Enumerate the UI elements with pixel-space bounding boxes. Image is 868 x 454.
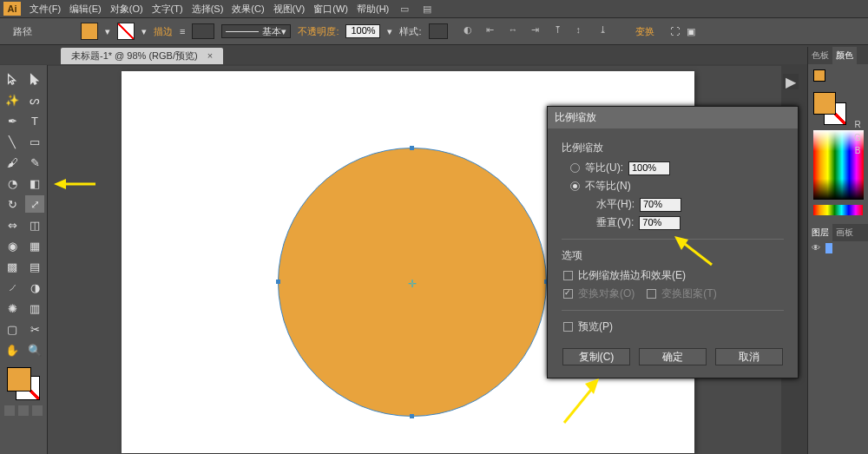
selected-ellipse[interactable]: ✛ xyxy=(278,148,547,417)
preview-checkbox[interactable] xyxy=(563,322,573,332)
panel-fill-swatch[interactable] xyxy=(813,69,825,82)
fill-swatch[interactable] xyxy=(81,23,98,40)
stroke-profile-drop-icon[interactable]: ▾ xyxy=(281,26,286,37)
visibility-icon[interactable]: 👁 xyxy=(812,243,822,253)
type-tool[interactable]: T xyxy=(25,112,44,129)
anchor-bottom[interactable] xyxy=(410,414,414,418)
anchor-top[interactable] xyxy=(410,146,414,150)
hand-tool[interactable]: ✋ xyxy=(3,341,22,359)
shape-builder-tool[interactable]: ◉ xyxy=(3,237,22,254)
line-tool[interactable]: ╲ xyxy=(3,133,22,150)
recolor-icon[interactable]: ◐ xyxy=(464,24,477,38)
nonuniform-radio[interactable] xyxy=(570,181,580,191)
layer-row[interactable]: 👁 xyxy=(808,241,868,255)
panel-fillstroke[interactable] xyxy=(813,92,846,125)
tool-panel: ✨ ᔕ ✒ T ╲ ▭ 🖌 ✎ ◔ ◧ ↻ ⤢ ⇔ ◫ ◉ ▦ ▩ ▤ ⟋ ◑ … xyxy=(0,65,48,454)
transform-link[interactable]: 变换 xyxy=(635,25,654,38)
eyedropper-tool[interactable]: ⟋ xyxy=(3,279,22,296)
blend-tool[interactable]: ◑ xyxy=(25,279,44,296)
copy-button[interactable]: 复制(C) xyxy=(562,348,630,365)
scale-dialog: 比例缩放 比例缩放 等比(U): 100% 不等比(N) 水平(H): 70% … xyxy=(547,106,799,378)
pen-tool[interactable]: ✒ xyxy=(3,112,22,129)
free-transform-tool[interactable]: ◫ xyxy=(25,216,44,234)
menu-help[interactable]: 帮助(H) xyxy=(357,3,389,16)
symbol-sprayer-tool[interactable]: ✺ xyxy=(3,299,22,317)
expand-panels-icon[interactable]: ▶ xyxy=(783,74,799,89)
menu-view[interactable]: 视图(V) xyxy=(273,3,306,16)
mesh-tool[interactable]: ▩ xyxy=(3,258,22,275)
tab-color[interactable]: 颜色 xyxy=(832,47,857,64)
document-tab[interactable]: 未标题-1* @ 98% (RGB/预览) × xyxy=(61,48,223,64)
uniform-input[interactable]: 100% xyxy=(628,161,670,175)
magic-wand-tool[interactable]: ✨ xyxy=(3,91,22,109)
color-mode-icon[interactable] xyxy=(4,405,15,416)
layout2-icon[interactable]: ▤ xyxy=(420,2,434,16)
menu-text[interactable]: 文字(T) xyxy=(152,3,183,16)
scale-tool[interactable]: ⤢ xyxy=(25,195,44,213)
stroke-weight-icon[interactable]: ≡ xyxy=(180,26,185,36)
blob-brush-tool[interactable]: ◔ xyxy=(3,174,22,192)
align-right-icon[interactable]: ⇥ xyxy=(531,24,545,38)
pencil-tool[interactable]: ✎ xyxy=(25,154,44,171)
direct-selection-tool[interactable] xyxy=(25,70,44,88)
opacity-input[interactable]: 100% xyxy=(345,24,380,38)
rotate-tool[interactable]: ↻ xyxy=(3,195,22,213)
selection-tool[interactable] xyxy=(3,70,22,88)
graph-tool[interactable]: ▥ xyxy=(25,299,44,317)
uniform-radio[interactable] xyxy=(570,163,580,173)
align-vcenter-icon[interactable]: ↕ xyxy=(576,24,590,38)
tab-layers[interactable]: 图层 xyxy=(808,224,832,241)
menu-effect[interactable]: 效果(C) xyxy=(232,3,264,16)
eraser-tool[interactable]: ◧ xyxy=(25,174,44,192)
panel-fill-box[interactable] xyxy=(813,92,836,115)
opacity-label[interactable]: 不透明度: xyxy=(298,25,339,38)
hue-strip[interactable] xyxy=(813,205,863,215)
fill-dropdown-icon[interactable]: ▾ xyxy=(105,26,110,37)
opacity-drop-icon[interactable]: ▾ xyxy=(387,26,392,37)
align-top-icon[interactable]: ⤒ xyxy=(554,24,568,38)
tab-swatches[interactable]: 色板 xyxy=(808,47,832,64)
ok-button[interactable]: 确定 xyxy=(639,348,707,365)
align-bottom-icon[interactable]: ⤓ xyxy=(599,24,613,38)
tab-artboards[interactable]: 画板 xyxy=(832,224,857,241)
stroke-profile[interactable]: 基本 ▾ xyxy=(221,24,291,38)
slice-tool[interactable]: ✂ xyxy=(25,320,44,338)
width-tool[interactable]: ⇔ xyxy=(3,216,22,234)
layout-icon[interactable]: ▭ xyxy=(398,2,411,16)
perspective-tool[interactable]: ▦ xyxy=(25,237,44,254)
artboard-tool[interactable]: ▢ xyxy=(3,320,22,338)
none-mode-icon[interactable] xyxy=(32,405,43,416)
right-panels: 色板 颜色 R G B 图层 画板 👁 xyxy=(807,47,868,454)
mask-icon[interactable]: ▣ xyxy=(687,26,695,37)
menu-file[interactable]: 文件(F) xyxy=(30,3,61,16)
vertical-input[interactable]: 70% xyxy=(639,216,681,230)
close-tab-icon[interactable]: × xyxy=(207,50,213,61)
menu-select[interactable]: 选择(S) xyxy=(192,3,224,16)
menu-window[interactable]: 窗口(W) xyxy=(313,3,348,16)
stroke-link[interactable]: 描边 xyxy=(154,25,173,38)
isolate-icon[interactable]: ⛶ xyxy=(670,26,680,36)
stroke-weight-field[interactable] xyxy=(192,23,214,39)
scale-strokes-checkbox[interactable] xyxy=(563,271,573,280)
zoom-tool[interactable]: 🔍 xyxy=(25,341,44,359)
transform-patterns-checkbox xyxy=(647,289,656,299)
rectangle-tool[interactable]: ▭ xyxy=(25,133,44,150)
style-dropdown[interactable] xyxy=(429,23,448,39)
align-left-icon[interactable]: ⇤ xyxy=(486,24,500,38)
align-hcenter-icon[interactable]: ↔ xyxy=(509,24,523,38)
horizontal-input[interactable]: 70% xyxy=(640,198,681,212)
anchor-left[interactable] xyxy=(276,280,280,284)
transform-objects-checkbox xyxy=(563,289,573,299)
gradient-mode-icon[interactable] xyxy=(18,405,29,416)
fill-color-box[interactable] xyxy=(7,367,31,391)
lasso-tool[interactable]: ᔕ xyxy=(25,91,44,109)
menu-object[interactable]: 对象(O) xyxy=(110,3,143,16)
fill-stroke-control[interactable] xyxy=(7,367,40,400)
paintbrush-tool[interactable]: 🖌 xyxy=(3,154,22,171)
stroke-dropdown-icon[interactable]: ▾ xyxy=(141,26,147,37)
center-point-icon: ✛ xyxy=(408,278,417,286)
menu-edit[interactable]: 编辑(E) xyxy=(69,3,102,16)
gradient-tool[interactable]: ▤ xyxy=(25,258,44,275)
stroke-swatch[interactable] xyxy=(117,23,135,40)
cancel-button[interactable]: 取消 xyxy=(715,348,783,365)
